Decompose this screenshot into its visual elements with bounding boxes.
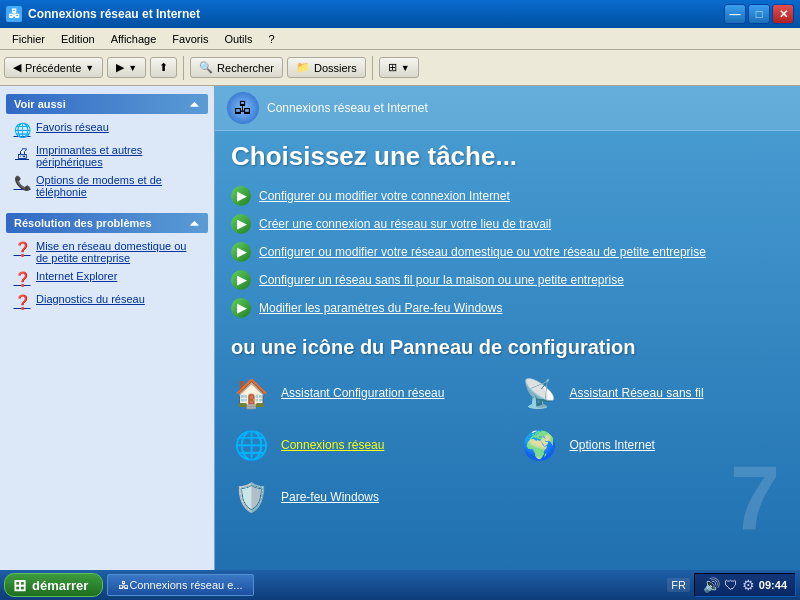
maximize-button[interactable]: □ [748,4,770,24]
see-also-body: 🌐 Favoris réseau 🖨 Imprimantes et autres… [6,114,208,205]
tray-security-icon: 🛡 [724,577,738,593]
task-arrow-2: ▶ [231,214,251,234]
close-button[interactable]: ✕ [772,4,794,24]
open-window-icon: 🖧 [118,579,129,591]
menu-affichage[interactable]: Affichage [103,31,165,47]
icon-item-assistant-config[interactable]: 🏠 Assistant Configuration réseau [231,373,496,413]
menu-edition[interactable]: Edition [53,31,103,47]
main-area: Voir aussi ⏶ 🌐 Favoris réseau 🖨 Impriman… [0,86,800,570]
collapse-icon: ⏶ [189,98,200,110]
troubleshoot-section: Résolution des problèmes ⏶ ❓ Mise en rés… [6,213,208,317]
imprimantes-icon: 🖨 [14,145,30,161]
task-label-5[interactable]: Modifier les paramètres du Pare-feu Wind… [259,301,502,315]
back-arrow-icon: ◀ [13,61,21,74]
sidebar-link-modems[interactable]: 📞 Options de modems et de téléphonie [6,171,208,201]
task-arrow-3: ▶ [231,242,251,262]
view-button[interactable]: ⊞ ▼ [379,57,419,78]
forward-button[interactable]: ▶ ▼ [107,57,146,78]
menu-help[interactable]: ? [261,31,283,47]
search-icon: 🔍 [199,61,213,74]
menu-fichier[interactable]: Fichier [4,31,53,47]
assistant-config-label[interactable]: Assistant Configuration réseau [281,386,444,400]
task-label-3[interactable]: Configurer ou modifier votre réseau dome… [259,245,706,259]
windows-logo-icon: ⊞ [13,576,26,595]
favoris-icon: 🌐 [14,122,30,138]
content-area: 7 🖧 Connexions réseau et Internet Choisi… [215,86,800,570]
window-icon: 🖧 [6,6,22,22]
modems-icon: 📞 [14,175,30,191]
sidebar-link-imprimantes[interactable]: 🖨 Imprimantes et autres périphériques [6,141,208,171]
content-body: Choisissez une tâche... ▶ Configurer ou … [215,131,800,527]
menu-bar: Fichier Edition Affichage Favoris Outils… [0,28,800,50]
collapse-icon-2: ⏶ [189,217,200,229]
troubleshoot-header[interactable]: Résolution des problèmes ⏶ [6,213,208,233]
task-arrow-1: ▶ [231,186,251,206]
task-label-1[interactable]: Configurer ou modifier votre connexion I… [259,189,510,203]
back-dropdown-icon[interactable]: ▼ [85,63,94,73]
sidebar-link-diag[interactable]: ❓ Diagnostics du réseau [6,290,208,313]
menu-favoris[interactable]: Favoris [164,31,216,47]
parefeu-label[interactable]: Pare-feu Windows [281,490,379,504]
sidebar-link-favoris[interactable]: 🌐 Favoris réseau [6,118,208,141]
task-heading: Choisissez une tâche... [231,141,784,172]
sidebar-link-ie[interactable]: ❓ Internet Explorer [6,267,208,290]
open-window-label: Connexions réseau e... [129,579,242,591]
up-button[interactable]: ⬆ [150,57,177,78]
system-tray: 🔊 🛡 ⚙ 09:44 [694,573,796,597]
see-also-header[interactable]: Voir aussi ⏶ [6,94,208,114]
icon-section-heading: ou une icône du Panneau de configuration [231,336,784,359]
options-internet-label[interactable]: Options Internet [570,438,655,452]
language-indicator: FR [667,578,690,592]
ie-icon: ❓ [14,271,30,287]
up-arrow-icon: ⬆ [159,61,168,74]
view-dropdown-icon[interactable]: ▼ [401,63,410,73]
icon-item-assistant-wifi[interactable]: 📡 Assistant Réseau sans fil [520,373,785,413]
window-controls[interactable]: — □ ✕ [724,4,794,24]
folders-button[interactable]: 📁 Dossiers [287,57,366,78]
start-button[interactable]: ⊞ démarrer [4,573,103,597]
assistant-config-icon: 🏠 [231,373,271,413]
task-label-4[interactable]: Configurer un réseau sans fil pour la ma… [259,273,624,287]
icon-item-connexions[interactable]: 🌐 Connexions réseau [231,425,496,465]
content-header: 🖧 Connexions réseau et Internet [215,86,800,131]
troubleshoot-body: ❓ Mise en réseau domestique ou de petite… [6,233,208,317]
minimize-button[interactable]: — [724,4,746,24]
connexions-label[interactable]: Connexions réseau [281,438,384,452]
task-4[interactable]: ▶ Configurer un réseau sans fil pour la … [231,270,784,290]
search-label: Rechercher [217,62,274,74]
forward-dropdown-icon[interactable]: ▼ [128,63,137,73]
open-window-button[interactable]: 🖧 Connexions réseau e... [107,574,253,596]
mise-en-reseau-icon: ❓ [14,241,30,257]
task-5[interactable]: ▶ Modifier les paramètres du Pare-feu Wi… [231,298,784,318]
title-bar: 🖧 Connexions réseau et Internet — □ ✕ [0,0,800,28]
task-3[interactable]: ▶ Configurer ou modifier votre réseau do… [231,242,784,262]
back-label: Précédente [25,62,81,74]
task-1[interactable]: ▶ Configurer ou modifier votre connexion… [231,186,784,206]
icon-item-parefeu[interactable]: 🛡️ Pare-feu Windows [231,477,496,517]
folders-label: Dossiers [314,62,357,74]
taskbar: ⊞ démarrer 🖧 Connexions réseau e... FR 🔊… [0,570,800,600]
sidebar-link-mise-en-reseau[interactable]: ❓ Mise en réseau domestique ou de petite… [6,237,208,267]
assistant-wifi-label[interactable]: Assistant Réseau sans fil [570,386,704,400]
icon-item-options-internet[interactable]: 🌍 Options Internet [520,425,785,465]
folders-icon: 📁 [296,61,310,74]
parefeu-icon: 🛡️ [231,477,271,517]
window-title: Connexions réseau et Internet [28,7,724,21]
task-arrow-5: ▶ [231,298,251,318]
assistant-wifi-icon: 📡 [520,373,560,413]
menu-outils[interactable]: Outils [216,31,260,47]
task-label-2[interactable]: Créer une connexion au réseau sur votre … [259,217,551,231]
task-arrow-4: ▶ [231,270,251,290]
system-time: 09:44 [759,579,787,591]
start-label: démarrer [32,578,88,593]
search-button[interactable]: 🔍 Rechercher [190,57,283,78]
sidebar: Voir aussi ⏶ 🌐 Favoris réseau 🖨 Impriman… [0,86,215,570]
content-header-title: Connexions réseau et Internet [267,101,428,115]
task-2[interactable]: ▶ Créer une connexion au réseau sur votr… [231,214,784,234]
icon-grid: 🏠 Assistant Configuration réseau 📡 Assis… [231,373,784,517]
back-button[interactable]: ◀ Précédente ▼ [4,57,103,78]
content-header-icon: 🖧 [227,92,259,124]
options-internet-icon: 🌍 [520,425,560,465]
tray-network-icon: 🔊 [703,577,720,593]
toolbar: ◀ Précédente ▼ ▶ ▼ ⬆ 🔍 Rechercher 📁 Doss… [0,50,800,86]
